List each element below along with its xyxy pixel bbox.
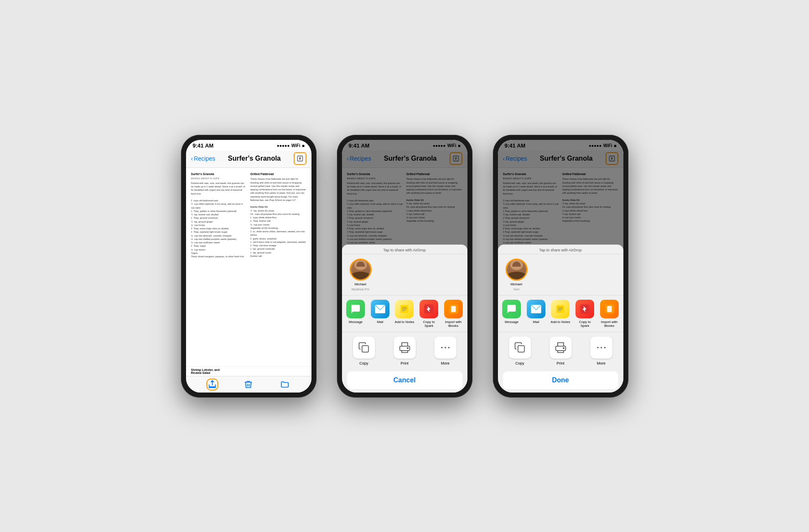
share-app-books-2[interactable]: Import with iBooks [443,300,464,328]
wifi-icon: WiFi [291,143,300,148]
copy-icon-2 [353,337,375,359]
share-actions-row-2: Copy [342,332,467,370]
content-area-1: Surfer's Granola MAKES ABOUT 8 CUPS Pack… [186,168,311,376]
copy-icon-3 [509,337,531,359]
share-apps-row-3: Message Mail [498,295,623,332]
airdrop-scroll-2[interactable]: Michael MacBook Pro [342,254,467,295]
more-icon-2 [434,337,456,359]
spark-label-3: Copy to Spark [574,320,595,328]
print-label-2: Print [400,361,409,365]
phone-2: 9:41 AM ●●●●● WiFi ■ ‹ Recipes Surfer's … [337,135,473,398]
share-sheet-inner-3: Tap to share with AirDrop [498,245,623,393]
airdrop-sub-3: Sent [513,288,519,291]
share-app-books-3[interactable]: Import with iBooks [599,300,620,328]
notes-label-2: Add to Notes [395,320,414,324]
share-sheet-2: Tap to share with AirDrop [342,140,467,393]
airdrop-avatar-michael-3 [506,259,528,281]
recipe-content-1: Surfer's Granola MAKES ABOUT 8 CUPS Pack… [186,168,311,376]
status-icons-1: ●●●●● WiFi ■ [277,143,304,148]
copy-label-2: Copy [359,361,368,365]
phone-2-wrapper: 9:41 AM ●●●●● WiFi ■ ‹ Recipes Surfer's … [337,135,473,398]
airdrop-name-michael-2: Michael [355,282,367,286]
airdrop-avatar-michael-2 [350,259,372,281]
nav-back-label-1: Recipes [194,155,215,162]
folder-button-1[interactable] [280,380,289,389]
share-app-notes-2[interactable]: Add to Notes [394,300,415,328]
share-actions-row-3: Copy [498,332,623,370]
svg-point-11 [448,347,450,348]
recipe-subheading-1: MAKES ABOUT 8 CUPS [191,177,247,181]
nav-bar-1: ‹ Recipes Surfer's Granola [186,150,311,168]
svg-rect-6 [362,345,368,352]
print-icon-2 [394,337,416,359]
recipe-heading-2: Grilled Flatbread [250,172,306,176]
share-action-copy-3[interactable]: Copy [507,337,533,365]
spark-label-2: Copy to Spark [418,320,439,328]
share-app-message-3[interactable]: Message [501,300,523,328]
share-button-1[interactable] [208,380,217,389]
status-time-1: 9:41 AM [193,142,214,149]
svg-point-8 [407,348,408,348]
print-label-3: Print [556,361,564,365]
message-label-3: Message [505,320,518,324]
share-action-print-3[interactable]: Print [548,337,573,365]
nav-title-1: Surfer's Granola [215,155,294,162]
airdrop-sub-2: MacBook Pro [351,288,369,291]
share-app-message-2[interactable]: Message [345,300,367,328]
cancel-button-2[interactable]: Cancel [347,371,462,389]
phone-1-wrapper: 9:41 AM ●●●●● WiFi ■ ‹ Recipes Surfer's … [181,135,317,398]
svg-rect-17 [518,345,524,352]
notes-icon-2 [395,300,414,318]
phone-1: 9:41 AM ●●●●● WiFi ■ ‹ Recipes Surfer's … [181,135,317,398]
status-bar-1: 9:41 AM ●●●●● WiFi ■ [186,140,311,150]
message-label-2: Message [349,320,362,324]
print-icon-3 [550,337,572,359]
recipe-heading-1: Surfer's Granola [191,172,247,176]
books-icon-3 [600,300,619,318]
share-action-print-2[interactable]: Print [392,337,417,365]
airdrop-name-michael-3: Michael [511,282,523,286]
airdrop-scroll-3[interactable]: Michael Sent [498,254,623,295]
airdrop-item-michael-3[interactable]: Michael Sent [505,259,528,291]
phone-3: 9:41 AM ●●●●● WiFi ■ ‹ Recipes Surfer's … [493,135,628,398]
share-app-spark-3[interactable]: Copy to Spark [574,300,595,328]
phone-3-wrapper: 9:41 AM ●●●●● WiFi ■ ‹ Recipes Surfer's … [493,135,628,398]
trash-button-1[interactable] [244,380,253,389]
scene: 9:41 AM ●●●●● WiFi ■ ‹ Recipes Surfer's … [164,118,645,415]
bottom-toolbar-1 [186,376,311,393]
share-app-spark-2[interactable]: Copy to Spark [418,300,439,328]
nav-back-1[interactable]: ‹ Recipes [191,155,215,162]
airdrop-bar-2: Tap to share with AirDrop [342,245,467,254]
spark-icon-3 [575,300,594,318]
message-icon-3 [502,300,521,318]
phone-2-screen: 9:41 AM ●●●●● WiFi ■ ‹ Recipes Surfer's … [342,140,467,393]
svg-point-10 [445,347,446,348]
nav-action-1[interactable] [294,152,306,165]
share-app-mail-2[interactable]: Mail [370,300,391,328]
airdrop-bar-3: Tap to share with AirDrop [498,245,623,254]
books-label-2: Import with iBooks [443,320,464,328]
signal-icon: ●●●●● [277,143,289,148]
airdrop-item-michael-2[interactable]: Michael MacBook Pro [349,259,373,291]
share-action-more-2[interactable]: More [433,337,458,365]
battery-icon: ■ [302,143,304,148]
phone-3-screen: 9:41 AM ●●●●● WiFi ■ ‹ Recipes Surfer's … [498,140,623,393]
mail-label-3: Mail [533,320,539,324]
svg-point-20 [597,347,599,348]
svg-point-19 [563,348,564,348]
notes-icon-3 [551,300,570,318]
mail-label-2: Mail [377,320,384,324]
share-app-notes-3[interactable]: Add to Notes [550,300,571,328]
svg-point-22 [604,347,606,348]
share-sheet-3: Tap to share with AirDrop [498,140,623,393]
copy-label-3: Copy [515,361,524,365]
recipe-col-1: Surfer's Granola MAKES ABOUT 8 CUPS Pack… [191,172,247,372]
share-action-copy-2[interactable]: Copy [351,337,377,365]
more-icon-3 [590,337,612,359]
share-apps-row-2: Message Mail [342,295,467,332]
share-action-more-3[interactable]: More [589,337,614,365]
books-label-3: Import with iBooks [599,320,620,328]
share-app-mail-3[interactable]: Mail [525,300,547,328]
done-button-3[interactable]: Done [503,371,618,389]
recipe-col-2: Grilled Flatbread These cheesy-crisp fla… [250,172,306,372]
